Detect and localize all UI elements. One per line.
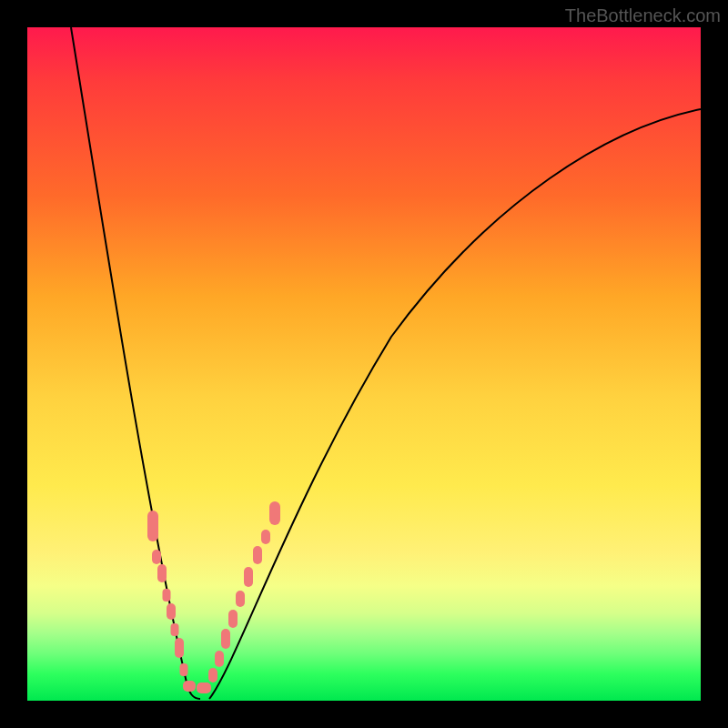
left-curve	[71, 27, 200, 699]
data-marker	[197, 682, 211, 693]
data-marker	[236, 591, 245, 607]
data-marker	[261, 530, 270, 544]
data-marker	[163, 589, 171, 602]
data-marker	[208, 668, 217, 682]
data-marker	[215, 651, 224, 667]
data-marker	[180, 663, 188, 676]
data-marker	[167, 603, 176, 620]
marker-group	[147, 501, 280, 693]
right-curve	[209, 109, 701, 699]
data-marker	[221, 629, 230, 649]
watermark-text: TheBottleneck.com	[565, 5, 721, 26]
data-marker	[171, 623, 179, 636]
data-marker	[269, 501, 280, 525]
chart-frame: TheBottleneck.com	[0, 0, 728, 728]
data-marker	[152, 550, 161, 564]
data-marker	[228, 610, 238, 628]
data-marker	[253, 546, 262, 564]
data-marker	[175, 638, 184, 658]
data-marker	[147, 511, 158, 541]
data-marker	[183, 681, 196, 692]
data-marker	[244, 567, 253, 587]
data-marker	[157, 564, 167, 582]
plot-area	[27, 27, 701, 701]
chart-svg	[27, 27, 701, 701]
